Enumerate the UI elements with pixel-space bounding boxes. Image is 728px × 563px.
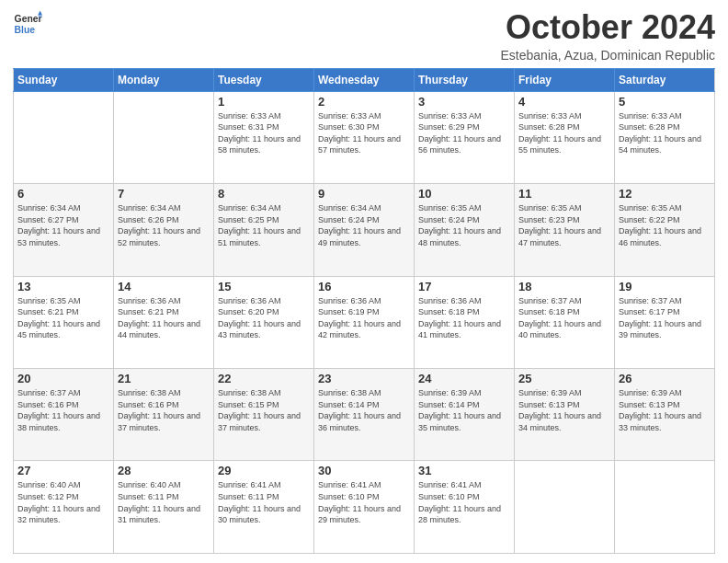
calendar-day-24: 24Sunrise: 6:39 AMSunset: 6:14 PMDayligh… [415,369,515,461]
day-info: Sunrise: 6:37 AMSunset: 6:17 PMDaylight:… [619,295,711,341]
day-number: 7 [118,187,210,201]
day-number: 21 [118,372,210,385]
calendar-day-17: 17Sunrise: 6:36 AMSunset: 6:18 PMDayligh… [415,276,515,368]
day-number: 23 [318,372,410,385]
day-info: Sunrise: 6:34 AMSunset: 6:25 PMDaylight:… [218,202,310,248]
day-number: 29 [218,464,310,477]
day-info: Sunrise: 6:41 AMSunset: 6:10 PMDaylight:… [418,479,510,525]
day-info: Sunrise: 6:40 AMSunset: 6:11 PMDaylight:… [118,479,210,525]
day-info: Sunrise: 6:38 AMSunset: 6:14 PMDaylight:… [318,387,410,433]
calendar-day-5: 5Sunrise: 6:33 AMSunset: 6:28 PMDaylight… [615,91,715,183]
day-info: Sunrise: 6:36 AMSunset: 6:18 PMDaylight:… [418,295,510,341]
calendar-week-row: 13Sunrise: 6:35 AMSunset: 6:21 PMDayligh… [14,276,715,368]
calendar-day-28: 28Sunrise: 6:40 AMSunset: 6:11 PMDayligh… [114,461,214,554]
calendar-day-19: 19Sunrise: 6:37 AMSunset: 6:17 PMDayligh… [615,276,715,368]
calendar-day-21: 21Sunrise: 6:38 AMSunset: 6:16 PMDayligh… [114,369,214,461]
calendar-day-26: 26Sunrise: 6:39 AMSunset: 6:13 PMDayligh… [615,369,715,461]
day-info: Sunrise: 6:33 AMSunset: 6:31 PMDaylight:… [218,110,310,156]
day-number: 28 [118,464,210,477]
day-number: 19 [619,280,711,293]
svg-text:Blue: Blue [15,25,36,35]
day-number: 12 [619,187,711,201]
day-info: Sunrise: 6:33 AMSunset: 6:28 PMDaylight:… [619,110,711,156]
calendar-day-2: 2Sunrise: 6:33 AMSunset: 6:30 PMDaylight… [314,91,415,183]
day-number: 24 [418,372,510,385]
calendar-day-18: 18Sunrise: 6:37 AMSunset: 6:18 PMDayligh… [515,276,615,368]
day-number: 2 [318,95,410,109]
calendar-day-9: 9Sunrise: 6:34 AMSunset: 6:24 PMDaylight… [314,184,415,276]
calendar-empty-cell [114,91,214,183]
calendar-week-row: 6Sunrise: 6:34 AMSunset: 6:27 PMDaylight… [14,184,715,276]
title-block: October 2024 Estebania, Azua, Dominican … [501,9,715,63]
day-info: Sunrise: 6:33 AMSunset: 6:30 PMDaylight:… [318,110,410,156]
day-number: 13 [17,280,109,293]
day-info: Sunrise: 6:41 AMSunset: 6:11 PMDaylight:… [218,479,310,525]
calendar-week-row: 1Sunrise: 6:33 AMSunset: 6:31 PMDaylight… [14,91,715,183]
day-number: 30 [318,464,410,477]
day-number: 11 [518,187,610,201]
day-info: Sunrise: 6:33 AMSunset: 6:29 PMDaylight:… [418,110,510,156]
day-info: Sunrise: 6:36 AMSunset: 6:21 PMDaylight:… [118,295,210,341]
calendar-empty-cell [515,461,615,554]
calendar-day-10: 10Sunrise: 6:35 AMSunset: 6:24 PMDayligh… [415,184,515,276]
day-number: 15 [218,280,310,293]
day-number: 10 [418,187,510,201]
day-info: Sunrise: 6:33 AMSunset: 6:28 PMDaylight:… [518,110,610,156]
day-info: Sunrise: 6:36 AMSunset: 6:19 PMDaylight:… [318,295,410,341]
day-number: 3 [418,95,510,109]
col-header-tuesday: Tuesday [214,68,314,91]
calendar-day-1: 1Sunrise: 6:33 AMSunset: 6:31 PMDaylight… [214,91,314,183]
day-info: Sunrise: 6:36 AMSunset: 6:20 PMDaylight:… [218,295,310,341]
svg-marker-2 [38,11,42,16]
svg-text:General: General [15,14,42,24]
day-info: Sunrise: 6:35 AMSunset: 6:21 PMDaylight:… [17,295,109,341]
calendar-day-15: 15Sunrise: 6:36 AMSunset: 6:20 PMDayligh… [214,276,314,368]
day-number: 27 [17,464,109,477]
day-info: Sunrise: 6:38 AMSunset: 6:15 PMDaylight:… [218,387,310,433]
calendar-day-20: 20Sunrise: 6:37 AMSunset: 6:16 PMDayligh… [14,369,114,461]
month-title: October 2024 [501,9,715,46]
day-info: Sunrise: 6:35 AMSunset: 6:24 PMDaylight:… [418,202,510,248]
calendar-day-22: 22Sunrise: 6:38 AMSunset: 6:15 PMDayligh… [214,369,314,461]
calendar-table: SundayMondayTuesdayWednesdayThursdayFrid… [13,68,715,554]
day-info: Sunrise: 6:35 AMSunset: 6:23 PMDaylight:… [518,202,610,248]
day-number: 6 [17,187,109,201]
col-header-sunday: Sunday [14,68,114,91]
day-number: 16 [318,280,410,293]
calendar-day-16: 16Sunrise: 6:36 AMSunset: 6:19 PMDayligh… [314,276,415,368]
calendar-day-11: 11Sunrise: 6:35 AMSunset: 6:23 PMDayligh… [515,184,615,276]
col-header-thursday: Thursday [415,68,515,91]
day-number: 8 [218,187,310,201]
calendar-day-7: 7Sunrise: 6:34 AMSunset: 6:26 PMDaylight… [114,184,214,276]
day-number: 5 [619,95,711,109]
calendar-day-12: 12Sunrise: 6:35 AMSunset: 6:22 PMDayligh… [615,184,715,276]
day-info: Sunrise: 6:34 AMSunset: 6:24 PMDaylight:… [318,202,410,248]
calendar-day-4: 4Sunrise: 6:33 AMSunset: 6:28 PMDaylight… [515,91,615,183]
calendar-day-14: 14Sunrise: 6:36 AMSunset: 6:21 PMDayligh… [114,276,214,368]
calendar-day-3: 3Sunrise: 6:33 AMSunset: 6:29 PMDaylight… [415,91,515,183]
day-info: Sunrise: 6:39 AMSunset: 6:13 PMDaylight:… [518,387,610,433]
day-number: 18 [518,280,610,293]
calendar-day-6: 6Sunrise: 6:34 AMSunset: 6:27 PMDaylight… [14,184,114,276]
col-header-saturday: Saturday [615,68,715,91]
calendar-week-row: 20Sunrise: 6:37 AMSunset: 6:16 PMDayligh… [14,369,715,461]
header: General Blue October 2024 Estebania, Azu… [13,9,715,63]
day-number: 22 [218,372,310,385]
calendar-header-row: SundayMondayTuesdayWednesdayThursdayFrid… [14,68,715,91]
logo-icon: General Blue [13,9,42,39]
calendar-day-23: 23Sunrise: 6:38 AMSunset: 6:14 PMDayligh… [314,369,415,461]
logo: General Blue [13,9,42,39]
day-info: Sunrise: 6:34 AMSunset: 6:26 PMDaylight:… [118,202,210,248]
location-subtitle: Estebania, Azua, Dominican Republic [501,48,715,63]
day-info: Sunrise: 6:37 AMSunset: 6:18 PMDaylight:… [518,295,610,341]
day-info: Sunrise: 6:39 AMSunset: 6:13 PMDaylight:… [619,387,711,433]
day-info: Sunrise: 6:41 AMSunset: 6:10 PMDaylight:… [318,479,410,525]
col-header-wednesday: Wednesday [314,68,415,91]
day-info: Sunrise: 6:39 AMSunset: 6:14 PMDaylight:… [418,387,510,433]
calendar-day-13: 13Sunrise: 6:35 AMSunset: 6:21 PMDayligh… [14,276,114,368]
day-info: Sunrise: 6:35 AMSunset: 6:22 PMDaylight:… [619,202,711,248]
day-number: 1 [218,95,310,109]
calendar-day-8: 8Sunrise: 6:34 AMSunset: 6:25 PMDaylight… [214,184,314,276]
calendar-day-31: 31Sunrise: 6:41 AMSunset: 6:10 PMDayligh… [415,461,515,554]
calendar-page: General Blue October 2024 Estebania, Azu… [0,0,728,563]
